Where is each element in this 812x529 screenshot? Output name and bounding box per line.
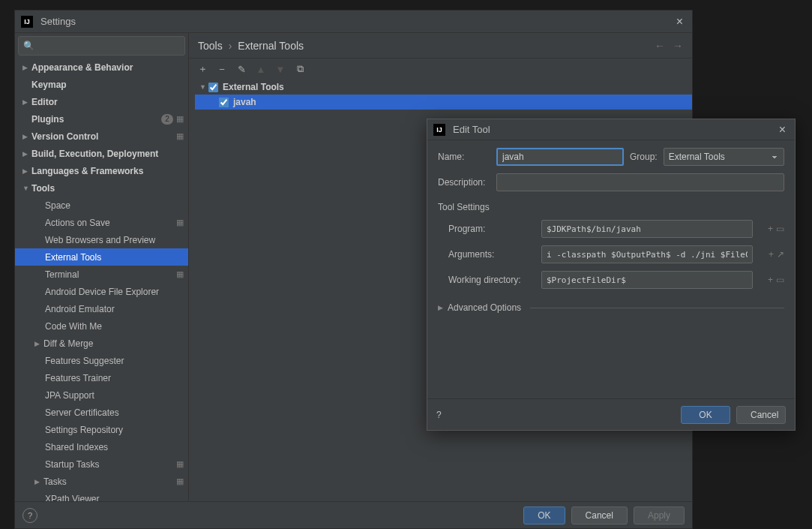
program-field[interactable]	[541, 220, 753, 238]
insert-macro-icon[interactable]: +	[768, 275, 773, 285]
name-field[interactable]	[496, 148, 624, 166]
add-button[interactable]: ＋	[195, 62, 210, 77]
tree-code-with-me[interactable]: Code With Me	[15, 317, 188, 335]
tool-group-label: External Tools	[223, 82, 284, 92]
up-button[interactable]: ▲	[253, 62, 268, 77]
tree-space[interactable]: Space	[15, 197, 188, 214]
settings-titlebar: IJ Settings ×	[15, 11, 692, 33]
workdir-field[interactable]	[541, 271, 753, 289]
tree-server-certificates[interactable]: Server Certificates	[15, 404, 188, 421]
gear-icon: ▦	[176, 269, 184, 279]
app-icon: IJ	[21, 16, 33, 28]
close-icon[interactable]: ×	[673, 12, 686, 32]
tree-tools[interactable]: ▼Tools	[15, 179, 188, 197]
tree-actions-on-save[interactable]: Actions on Save▦	[15, 214, 188, 231]
search-icon: 🔍	[23, 41, 34, 51]
tool-item-label: javah	[233, 97, 256, 107]
expand-icon[interactable]: ↗	[777, 249, 784, 260]
tree-settings-repository[interactable]: Settings Repository	[15, 421, 188, 438]
group-select[interactable]: External Tools	[664, 148, 784, 166]
tool-settings-header: Tool Settings	[438, 202, 784, 212]
chevron-right-icon: ›	[229, 40, 232, 52]
insert-macro-icon[interactable]: +	[768, 224, 773, 234]
tree-features-trainer[interactable]: Features Trainer	[15, 369, 188, 386]
edit-button[interactable]: ✎	[234, 62, 249, 77]
forward-icon[interactable]: →	[673, 40, 683, 52]
tree-editor[interactable]: ▶Editor	[15, 93, 188, 110]
copy-button[interactable]: ⧉	[292, 62, 307, 77]
name-label: Name:	[438, 152, 490, 162]
external-tools-tree[interactable]: ▼ External Tools javah	[189, 80, 692, 110]
tree-diff-merge[interactable]: ▶Diff & Merge	[15, 335, 188, 352]
gear-icon: ▦	[176, 218, 184, 227]
browse-icon[interactable]: ▭	[776, 275, 784, 285]
tree-adb-file-explorer[interactable]: Android Device File Explorer	[15, 283, 188, 300]
settings-sidebar: 🔍 ▶Appearance & Behavior Keymap ▶Editor …	[15, 33, 189, 506]
tree-features-suggester[interactable]: Features Suggester	[15, 352, 188, 369]
tree-external-tools[interactable]: External Tools	[15, 248, 188, 266]
apply-button[interactable]: Apply	[634, 506, 685, 524]
down-button[interactable]: ▼	[273, 62, 288, 77]
ok-button[interactable]: OK	[523, 506, 565, 524]
item-checkbox[interactable]	[219, 98, 229, 107]
description-field[interactable]	[496, 173, 784, 191]
gear-icon: ▦	[176, 114, 184, 124]
chevron-right-icon: ▶	[438, 304, 443, 311]
help-icon[interactable]: ?	[22, 508, 37, 523]
edit-tool-dialog: IJ Edit Tool × Name: Group: External Too…	[427, 119, 796, 431]
tree-startup-tasks[interactable]: Startup Tasks▦	[15, 455, 188, 473]
tree-shared-indexes[interactable]: Shared Indexes	[15, 438, 188, 455]
program-label: Program:	[448, 224, 535, 234]
browse-icon[interactable]: ▭	[776, 224, 784, 234]
cancel-button[interactable]: Cancel	[736, 406, 786, 424]
cancel-button[interactable]: Cancel	[571, 506, 628, 524]
close-icon[interactable]: ×	[776, 120, 789, 140]
tree-keymap[interactable]: Keymap	[15, 76, 188, 93]
tool-item-row[interactable]: javah	[195, 95, 692, 110]
settings-title: Settings	[40, 16, 76, 27]
tree-languages[interactable]: ▶Languages & Frameworks	[15, 162, 188, 179]
insert-macro-icon[interactable]: +	[769, 249, 774, 260]
back-icon[interactable]: ←	[655, 40, 665, 52]
tree-appearance[interactable]: ▶Appearance & Behavior	[15, 59, 188, 76]
workdir-label: Working directory:	[448, 275, 535, 285]
description-label: Description:	[438, 177, 490, 188]
tree-plugins[interactable]: Plugins2▦	[15, 110, 188, 128]
settings-footer: ? OK Cancel Apply	[15, 501, 692, 528]
settings-tree[interactable]: ▶Appearance & Behavior Keymap ▶Editor Pl…	[15, 59, 188, 506]
breadcrumb-current: External Tools	[238, 40, 304, 52]
arguments-field[interactable]	[541, 245, 753, 263]
tree-jpa-support[interactable]: JPA Support	[15, 386, 188, 404]
gear-icon: ▦	[176, 459, 184, 469]
tree-version-control[interactable]: ▶Version Control▦	[15, 128, 188, 145]
search-box[interactable]: 🔍	[18, 36, 185, 56]
search-input[interactable]	[37, 41, 180, 52]
help-icon[interactable]: ?	[436, 410, 442, 420]
breadcrumb-root[interactable]: Tools	[198, 40, 223, 52]
breadcrumb: Tools › External Tools ← →	[189, 33, 692, 59]
dialog-footer: ? OK Cancel	[427, 398, 795, 430]
advanced-options-toggle[interactable]: ▶ Advanced Options	[438, 302, 784, 313]
tree-terminal[interactable]: Terminal▦	[15, 266, 188, 283]
tools-toolbar: ＋ − ✎ ▲ ▼ ⧉	[189, 59, 692, 80]
tree-tasks[interactable]: ▶Tasks▦	[15, 473, 188, 490]
dialog-titlebar: IJ Edit Tool ×	[427, 119, 795, 140]
tool-group-row[interactable]: ▼ External Tools	[195, 80, 692, 95]
gear-icon: ▦	[176, 476, 184, 486]
arguments-label: Arguments:	[448, 249, 535, 260]
dialog-title: Edit Tool	[453, 124, 490, 135]
remove-button[interactable]: −	[214, 62, 229, 77]
group-checkbox[interactable]	[208, 83, 218, 92]
tree-android-emulator[interactable]: Android Emulator	[15, 300, 188, 317]
advanced-options-label: Advanced Options	[448, 302, 521, 313]
app-icon: IJ	[433, 124, 445, 136]
group-label: Group:	[630, 152, 658, 162]
ok-button[interactable]: OK	[681, 406, 730, 424]
plugins-badge: 2	[161, 114, 173, 125]
gear-icon: ▦	[176, 131, 184, 141]
tree-build[interactable]: ▶Build, Execution, Deployment	[15, 145, 188, 162]
tree-web-browsers[interactable]: Web Browsers and Preview	[15, 231, 188, 248]
